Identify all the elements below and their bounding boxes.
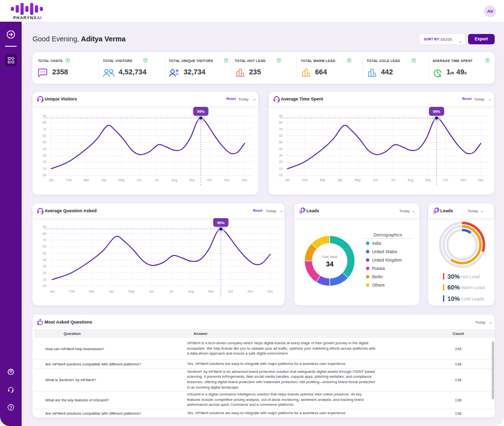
svg-text:Sep: Sep: [425, 178, 431, 182]
svg-text:00: 00: [43, 284, 47, 288]
svg-text:10: 10: [279, 167, 283, 170]
svg-text:60%: 60%: [447, 284, 460, 291]
svg-text:Jun: Jun: [136, 178, 142, 182]
svg-text:90: 90: [43, 225, 47, 229]
svg-text:20: 20: [279, 160, 283, 164]
svg-text:Nov: Nov: [460, 178, 466, 182]
svg-text:70: 70: [43, 238, 47, 242]
svg-text:70: 70: [43, 128, 47, 131]
svg-text:Apr: Apr: [101, 178, 107, 182]
svg-text:60: 60: [43, 134, 47, 137]
svg-text:00: 00: [43, 173, 47, 177]
svg-text:Aug: Aug: [188, 290, 194, 294]
svg-text:40: 40: [43, 258, 47, 262]
svg-text:80: 80: [43, 232, 47, 235]
svg-text:May: May: [119, 178, 125, 182]
svg-text:Dec: Dec: [242, 178, 248, 182]
svg-text:60: 60: [279, 134, 283, 137]
svg-text:Russia: Russia: [372, 266, 385, 271]
svg-text:Jul: Jul: [169, 290, 173, 293]
svg-text:10: 10: [43, 167, 47, 170]
svg-text:Mar: Mar: [84, 178, 90, 182]
svg-text:Dec: Dec: [478, 178, 484, 182]
svg-text:Apr: Apr: [109, 290, 115, 294]
svg-text:United Kingdom: United Kingdom: [372, 258, 402, 262]
svg-text:Berlin: Berlin: [372, 274, 383, 279]
svg-text:00: 00: [279, 173, 283, 177]
svg-text:50: 50: [279, 140, 283, 144]
svg-text:Jun: Jun: [149, 290, 154, 293]
svg-text:50: 50: [43, 140, 47, 144]
svg-text:May: May: [355, 178, 361, 182]
svg-text:Jul: Jul: [155, 178, 159, 182]
svg-text:Jun: Jun: [373, 178, 378, 182]
svg-text:40: 40: [279, 147, 283, 151]
svg-text:60: 60: [43, 245, 47, 248]
svg-text:40: 40: [43, 147, 47, 151]
svg-text:80: 80: [279, 121, 283, 124]
svg-text:Aug: Aug: [171, 178, 177, 182]
svg-text:Dec: Dec: [267, 290, 273, 293]
svg-text:Feb: Feb: [69, 290, 75, 293]
svg-text:Nov: Nov: [224, 178, 230, 182]
svg-text:Nov: Nov: [248, 290, 253, 293]
svg-text:Apr: Apr: [338, 178, 343, 182]
svg-text:20: 20: [43, 160, 47, 164]
svg-text:34: 34: [326, 260, 334, 268]
svg-text:Mar: Mar: [320, 178, 326, 182]
svg-text:30%: 30%: [447, 273, 460, 280]
svg-text:90: 90: [279, 114, 283, 118]
svg-text:10: 10: [43, 278, 47, 281]
svg-text:80: 80: [43, 121, 47, 124]
svg-text:May: May: [128, 290, 135, 294]
svg-text:30: 30: [43, 264, 47, 268]
svg-text:Aug: Aug: [408, 178, 413, 182]
svg-text:Sep: Sep: [208, 290, 214, 294]
svg-text:India: India: [372, 241, 381, 246]
svg-text:95%: 95%: [433, 109, 440, 114]
svg-text:Total Value: Total Value: [322, 255, 338, 259]
svg-text:Sep: Sep: [189, 178, 195, 182]
svg-text:Oct: Oct: [443, 178, 448, 182]
svg-text:Cold Leads: Cold Leads: [461, 296, 484, 301]
svg-text:Hot Lead: Hot Lead: [461, 274, 480, 279]
svg-text:Mar: Mar: [89, 290, 95, 293]
svg-text:70: 70: [279, 128, 283, 131]
svg-text:Feb: Feb: [302, 178, 308, 182]
svg-text:95%: 95%: [217, 221, 224, 225]
svg-text:30: 30: [279, 154, 283, 157]
svg-text:Jul: Jul: [391, 178, 395, 182]
svg-text:10%: 10%: [447, 295, 460, 302]
svg-text:Feb: Feb: [66, 178, 72, 182]
svg-text:30: 30: [43, 154, 47, 157]
svg-text:90: 90: [43, 114, 47, 118]
svg-text:20: 20: [43, 271, 47, 275]
svg-text:Oct: Oct: [228, 290, 233, 293]
svg-text:Demographics: Demographics: [374, 232, 403, 237]
svg-text:Warm Lead: Warm Lead: [461, 285, 485, 290]
svg-text:95%: 95%: [197, 109, 204, 114]
svg-text:50: 50: [43, 252, 47, 255]
svg-text:Oct: Oct: [207, 178, 212, 182]
svg-text:Jan: Jan: [285, 178, 290, 182]
svg-text:United States: United States: [372, 249, 397, 254]
svg-text:Others: Others: [372, 283, 385, 288]
svg-text:Jan: Jan: [49, 178, 54, 182]
svg-text:Jan: Jan: [50, 290, 55, 293]
